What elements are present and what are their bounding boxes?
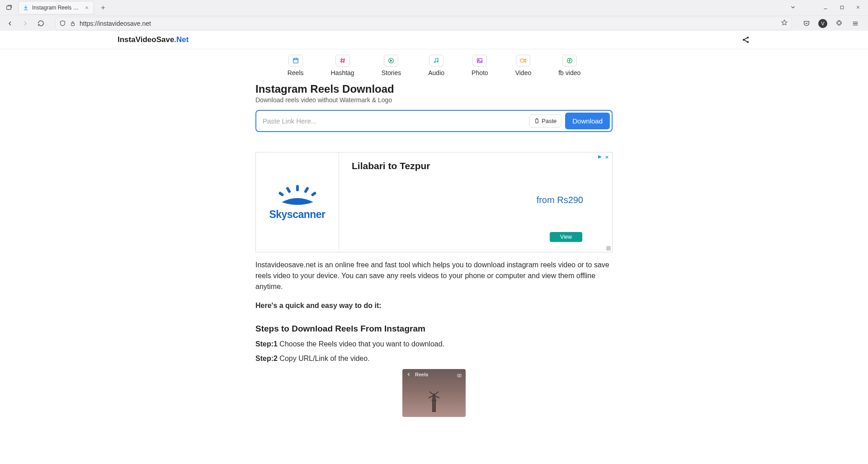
new-tab-button[interactable] <box>97 1 109 14</box>
svg-rect-6 <box>293 58 298 63</box>
window-maximize-button[interactable] <box>835 2 849 13</box>
facebook-icon <box>566 57 573 64</box>
nav-forward-button[interactable] <box>19 17 32 30</box>
quick-line: Here's a quick and easy way to do it: <box>255 300 613 311</box>
svg-point-21 <box>459 375 460 376</box>
svg-rect-19 <box>311 191 316 197</box>
pocket-icon[interactable] <box>800 17 813 30</box>
url-input-row: Paste Download <box>255 110 613 132</box>
svg-rect-22 <box>433 401 435 412</box>
adchoices-icon[interactable] <box>597 154 603 161</box>
ad-logo-area: Skyscanner <box>256 152 339 252</box>
reels-icon <box>292 57 299 64</box>
audio-icon <box>433 57 440 64</box>
recent-windows-button[interactable] <box>3 1 15 14</box>
svg-point-9 <box>437 61 438 62</box>
svg-rect-17 <box>303 186 309 193</box>
ad-close-icon[interactable] <box>604 155 609 161</box>
tab-reels[interactable]: Reels <box>288 55 304 76</box>
tab-stories[interactable]: Stories <box>382 55 401 76</box>
favicon-icon <box>22 4 29 11</box>
svg-rect-16 <box>285 186 291 193</box>
browser-toolbar: https://instavideosave.net V <box>0 15 868 31</box>
ad-brand: Skyscanner <box>269 208 325 221</box>
ad-banner[interactable]: Skyscanner Lilabari to Tezpur from Rs290… <box>255 152 613 252</box>
share-icon[interactable] <box>741 35 750 44</box>
steps-heading: Steps to Download Reels From Instagram <box>255 324 613 334</box>
site-header: InstaVideoSave.Net <box>0 31 868 49</box>
svg-rect-18 <box>278 191 284 197</box>
url-input[interactable] <box>258 114 525 128</box>
app-menu-icon[interactable] <box>849 17 862 30</box>
tab-photo[interactable]: Photo <box>472 55 488 76</box>
step-1: Step:1 Choose the Reels video that you w… <box>255 340 613 348</box>
download-button[interactable]: Download <box>565 113 610 129</box>
page-subtitle: Download reels video without Watermark &… <box>255 96 613 104</box>
tab-strip: Instagram Reels Downloader — <box>0 0 868 15</box>
svg-rect-15 <box>296 185 299 191</box>
browser-tab-active[interactable]: Instagram Reels Downloader — <box>18 1 94 14</box>
svg-point-8 <box>434 62 435 63</box>
bookmark-star-icon[interactable] <box>781 19 788 28</box>
clipboard-icon <box>534 118 540 124</box>
account-avatar[interactable]: V <box>816 17 829 30</box>
svg-rect-2 <box>71 23 75 25</box>
tab-audio[interactable]: Audio <box>428 55 444 76</box>
svg-rect-20 <box>458 374 461 377</box>
camera-icon <box>457 372 462 380</box>
step-2: Step:2 Copy URL/Link of the video. <box>255 355 613 363</box>
lock-icon[interactable] <box>70 20 76 27</box>
tab-hashtag[interactable]: Hashtag <box>331 55 354 76</box>
ad-cta-button[interactable]: View <box>550 232 582 242</box>
nav-back-button[interactable] <box>4 17 16 30</box>
hashtag-icon <box>339 57 346 64</box>
nav-reload-button[interactable] <box>34 17 47 30</box>
paste-button[interactable]: Paste <box>529 114 561 128</box>
windmill-icon <box>426 391 442 413</box>
window-minimize-button[interactable] <box>818 2 833 13</box>
back-arrow-icon <box>406 372 411 377</box>
shield-icon[interactable] <box>59 20 66 27</box>
page-title: Instagram Reels Download <box>255 83 613 95</box>
photo-icon <box>476 57 483 64</box>
svg-rect-10 <box>477 58 482 62</box>
tab-fbvideo[interactable]: fb video <box>558 55 580 76</box>
stories-icon <box>387 57 395 64</box>
tab-close-icon[interactable] <box>84 5 90 11</box>
intro-paragraph: Instavideosave.net is an online free and… <box>255 260 613 292</box>
instruction-thumbnail: Reels <box>402 369 466 417</box>
tab-title: Instagram Reels Downloader — <box>32 5 81 11</box>
window-controls <box>786 2 865 13</box>
tabs-dropdown-icon[interactable] <box>786 2 800 13</box>
ad-resize-handle <box>606 246 611 251</box>
tab-video[interactable]: Video <box>515 55 532 76</box>
svg-rect-14 <box>536 119 538 123</box>
url-text: https://instavideosave.net <box>80 20 777 27</box>
extensions-icon[interactable] <box>833 17 845 30</box>
ad-price: from Rs290 <box>537 195 583 205</box>
svg-rect-1 <box>840 6 843 9</box>
address-bar[interactable]: https://instavideosave.net <box>55 17 792 30</box>
category-tabs: Reels Hashtag Stories Audio Photo Video … <box>0 49 868 79</box>
svg-rect-12 <box>520 59 524 62</box>
ad-headline: Lilabari to Tezpur <box>352 161 599 171</box>
skyscanner-icon <box>273 184 322 206</box>
svg-rect-0 <box>7 6 11 9</box>
window-close-button[interactable] <box>851 2 865 13</box>
brand-logo[interactable]: InstaVideoSave.Net <box>118 35 189 44</box>
video-icon <box>519 57 527 64</box>
